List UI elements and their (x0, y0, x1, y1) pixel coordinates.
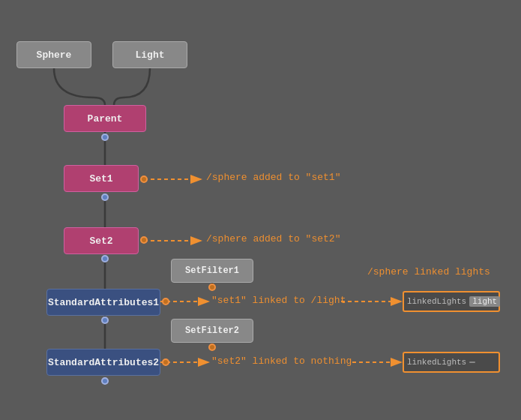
light-node: Light (112, 41, 187, 68)
set1-bottom-dot (101, 194, 109, 201)
linked-lights-1-box: linkedLights light (403, 291, 500, 312)
sa1-label: StandardAttributes1 (48, 297, 159, 308)
setfilter1-node: SetFilter1 (171, 259, 253, 283)
sa1-right-dot (162, 298, 169, 305)
set1-label: Set1 (89, 173, 112, 184)
set1-right-dot (140, 176, 148, 183)
linked-lights-2-key: linkedLights (407, 358, 466, 367)
linked-lights-title: /sphere linked lights (367, 266, 490, 278)
sa2-right-dot (162, 358, 169, 366)
light-label: Light (135, 50, 164, 61)
set1-message: /sphere added to "set1" (206, 172, 340, 183)
setfilter1-bottom-dot (208, 284, 216, 291)
parent-label: Parent (88, 113, 123, 124)
sa1-message: "set1" linked to /light (211, 295, 346, 306)
sa1-node: StandardAttributes1 (46, 289, 160, 316)
parent-node: Parent (64, 105, 146, 132)
sa1-bottom-dot (101, 316, 109, 324)
set2-message: /sphere added to "set2" (206, 233, 340, 244)
linked-lights-2-box: linkedLights (403, 352, 500, 373)
sa2-label: StandardAttributes2 (48, 357, 159, 368)
set1-node: Set1 (64, 165, 139, 192)
setfilter2-label: SetFilter2 (185, 326, 239, 336)
set2-node: Set2 (64, 227, 139, 254)
sa2-message: "set2" linked to nothing (211, 356, 352, 367)
setfilter2-bottom-dot (208, 344, 216, 351)
sphere-node: Sphere (16, 41, 91, 68)
sa2-node: StandardAttributes2 (46, 349, 160, 376)
set2-bottom-dot (101, 255, 109, 262)
setfilter1-label: SetFilter1 (185, 266, 239, 276)
set2-right-dot (140, 236, 148, 244)
sa2-bottom-dot (101, 377, 109, 385)
setfilter2-node: SetFilter2 (171, 319, 253, 343)
parent-bottom-dot (101, 134, 109, 141)
set2-label: Set2 (89, 236, 112, 247)
sphere-label: Sphere (37, 50, 72, 61)
linked-lights-1-key: linkedLights (407, 297, 466, 306)
linked-lights-2-value (469, 362, 475, 363)
linked-lights-1-value: light (469, 296, 500, 307)
